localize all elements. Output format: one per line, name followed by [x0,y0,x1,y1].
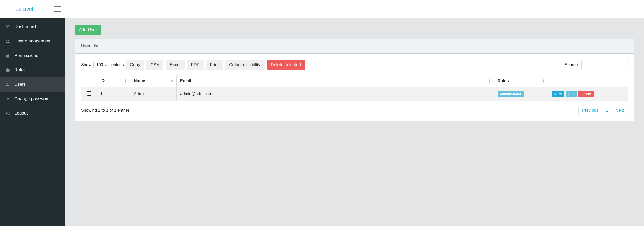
sidebar-item-logout[interactable]: Logout [0,106,65,120]
sidebar-item-dashboard[interactable]: Dashboard [0,20,65,34]
cell-name: Admin [130,87,177,101]
speedometer-icon [5,24,10,29]
sort-icon: ▲▼ [124,79,127,83]
unlock-icon [5,53,10,58]
hamburger-icon [54,6,61,7]
role-badge: administrator [498,91,524,97]
print-button[interactable]: Print [206,60,223,70]
sort-icon: ▲▼ [542,79,545,83]
pager-next[interactable]: Next [612,106,628,115]
sort-icon: ▲▼ [171,79,173,83]
cell-roles: administrator [494,87,548,101]
card-title: User List [75,39,634,54]
sidebar-item-label: Dashboard [14,24,36,29]
sidebar-item-roles[interactable]: Roles [0,63,65,77]
sidebar-item-label: Change password [14,96,50,101]
col-email[interactable]: Email ▲▼ [177,75,494,87]
col-actions [548,75,628,87]
datatable-toolbar: Show 100 entries Copy CSV Excel PDF Prin… [81,60,628,70]
users-icon [5,39,10,44]
csv-button[interactable]: CSV [146,60,163,70]
col-select[interactable] [81,75,97,87]
search-input[interactable] [581,60,628,69]
sidebar-item-users[interactable]: Users [0,77,65,92]
select-caret-icon [105,65,107,65]
sidebar-item-change-password[interactable]: Change password [0,92,65,106]
signout-icon [5,111,10,116]
pagination: Previous 1 Next [578,106,628,115]
main-content: Add User User List Show 100 entries Copy… [65,18,644,226]
add-user-button[interactable]: Add User [75,25,101,35]
sidebar-item-user-management[interactable]: User management ⌄ [0,34,65,48]
entries-length-value: 100 [96,63,103,67]
show-label: Show [81,63,91,67]
cell-id: 1 [97,87,130,101]
view-button[interactable]: View [552,91,564,97]
table-footer: Showing 1 to 1 of 1 entries Previous 1 N… [81,106,628,115]
sidebar-item-label: Logout [14,111,28,116]
delete-button[interactable]: Delete [578,91,594,97]
cell-actions: View Edit Delete [548,87,628,101]
search-label: Search: [565,63,579,67]
pdf-button[interactable]: PDF [187,60,204,70]
row-checkbox[interactable] [87,91,91,96]
col-roles[interactable]: Roles ▲▼ [494,75,548,87]
sort-icon: ▲▼ [488,79,491,83]
sidebar-item-label: Users [14,82,26,87]
col-id[interactable]: ID ▲▼ [97,75,130,87]
copy-button[interactable]: Copy [126,60,144,70]
users-table: ID ▲▼ Name ▲▼ Email ▲▼ [81,75,628,101]
user-list-card: User List Show 100 entries Copy CSV Exce… [75,39,634,121]
col-name[interactable]: Name ▲▼ [130,75,177,87]
user-icon [5,82,10,87]
key-icon [5,96,10,101]
pager-page-1[interactable]: 1 [602,106,612,115]
excel-button[interactable]: Excel [166,60,185,70]
sidebar-item-permissions[interactable]: Permissions [0,48,65,63]
top-navbar: Laravel [0,0,644,18]
entries-label: entries [111,63,124,67]
brand-link[interactable]: Laravel [15,6,33,12]
pager-prev[interactable]: Previous [578,106,602,115]
sidebar-item-label: Permissions [14,53,38,58]
cell-email: admin@admin.com [177,87,494,101]
column-visibility-button[interactable]: Column visibility [225,60,265,70]
entries-length-select[interactable]: 100 [93,61,109,69]
edit-button[interactable]: Edit [566,91,577,97]
delete-selected-button[interactable]: Delete selected [267,60,305,70]
sidebar-item-label: Roles [14,67,25,73]
chevron-down-icon: ⌄ [58,39,61,43]
table-info: Showing 1 to 1 of 1 entries [81,108,130,113]
sidebar: Dashboard User management ⌄ Permissions … [0,18,65,226]
briefcase-icon [5,67,10,73]
menu-toggle-button[interactable] [54,6,61,12]
sidebar-item-label: User management [14,39,50,44]
table-row: 1 Admin admin@admin.com administrator Vi… [81,87,628,101]
